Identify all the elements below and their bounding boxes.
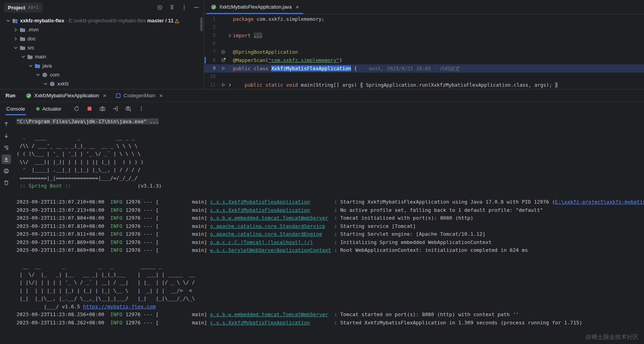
console-link[interactable]: https://mybatis-flex.com xyxy=(83,304,156,309)
tree-item[interactable]: xxkfz xyxy=(0,79,204,88)
change-marker xyxy=(205,57,206,64)
folder-icon xyxy=(19,27,26,33)
project-tool-tab[interactable]: Project Alt+1 xyxy=(4,3,43,13)
console-output[interactable]: "C:\Program Files\Java\jdk-17\bin\java.e… xyxy=(13,115,644,344)
chevron-down-icon[interactable] xyxy=(5,18,11,24)
rerun-button[interactable] xyxy=(73,105,80,112)
tree-item-label: xxkfz xyxy=(57,81,69,87)
code-text: public class XxkfzMybatisFlexApplication… xyxy=(233,64,459,73)
run-tab-label: XxkfzMybatisFlexApplication xyxy=(34,93,99,98)
console-action-strip xyxy=(0,115,13,344)
run-tab-bar: Run XxkfzMybatisFlexApplication×CodegenM… xyxy=(0,89,644,102)
console-line: 2023-09-23T11:23:07.811+08:00 INFO 12976… xyxy=(16,230,644,238)
project-panel-title: Project xyxy=(8,5,25,11)
run-gutter-icon[interactable] xyxy=(219,82,227,87)
chevron-right-icon[interactable] xyxy=(12,27,19,33)
console-line: 2023-09-23T11:23:07.869+08:00 INFO 12976… xyxy=(16,246,644,255)
console-line: __ __ _ _ _ _____ _ xyxy=(16,262,644,271)
code-text: @SpringBootApplication xyxy=(233,48,298,56)
collapse-all-icon[interactable] xyxy=(168,4,176,11)
fold-icon[interactable] xyxy=(227,82,233,88)
heap-dump-button[interactable] xyxy=(125,105,132,112)
code-line: 7@SpringBootApplication xyxy=(204,48,644,56)
console-line: |_| |_|\__, |_.__/ \__,_|\__|_|___/ |_| … xyxy=(16,295,644,303)
tree-item[interactable]: com xyxy=(0,70,204,79)
tree-item[interactable]: xxkfz-mybatis-flex - E:\xxkfz-project\xx… xyxy=(0,16,204,25)
detach-button[interactable] xyxy=(112,105,119,112)
folder-icon xyxy=(19,45,26,51)
tree-item[interactable]: main xyxy=(0,52,204,61)
console-line: 2023-09-23T11:23:07.804+08:00 INFO 12976… xyxy=(16,214,644,222)
code-editor[interactable]: 1package com.xxkfz.simplememory;23import… xyxy=(204,14,644,89)
chevron-down-icon[interactable] xyxy=(12,45,19,51)
console-line: 2023-09-23T11:23:07.213+08:00 INFO 12976… xyxy=(16,206,644,215)
run-tab-xxkfzmybatisflexapplication[interactable]: XxkfzMybatisFlexApplication× xyxy=(22,91,110,100)
hide-panel-icon[interactable] xyxy=(193,4,200,11)
line-number: 1 xyxy=(204,15,219,23)
chevron-down-icon[interactable] xyxy=(27,63,34,69)
scroll-to-end-button[interactable] xyxy=(2,155,11,164)
thread-dump-button[interactable] xyxy=(99,105,106,112)
print-button[interactable] xyxy=(2,166,11,176)
package-icon xyxy=(49,81,55,87)
console-line: 2023-09-23T11:23:07.810+08:00 INFO 12976… xyxy=(16,222,644,231)
bean-gutter-icon[interactable] xyxy=(219,49,227,55)
tree-item-label: main xyxy=(35,54,46,60)
console-line: | | | | |_| | |_) | (_| | |_| \__ \ | _|… xyxy=(16,287,644,295)
close-tab-icon[interactable]: × xyxy=(296,4,299,10)
more-options-icon[interactable] xyxy=(181,4,188,11)
close-icon[interactable]: × xyxy=(159,93,163,98)
console-link[interactable]: E:\xxkfz-project\xxkfz-mybatis-flex xyxy=(555,199,644,205)
locate-file-icon[interactable] xyxy=(156,4,163,11)
code-line: 3import ... xyxy=(204,31,644,40)
tab-actuator[interactable]: Actuator xyxy=(35,102,62,115)
console-line: 2023-09-23T11:23:08.262+08:00 INFO 12976… xyxy=(16,319,644,327)
tree-item-label: doc xyxy=(27,36,36,42)
class-icon xyxy=(115,93,121,99)
actuator-status-icon xyxy=(36,107,40,111)
line-number: 11 xyxy=(204,81,219,89)
soft-wrap-button[interactable] xyxy=(2,143,11,152)
package-icon xyxy=(41,72,48,78)
code-line: 10 xyxy=(204,73,644,81)
up-stack-button[interactable] xyxy=(2,119,11,129)
console-line: 2023-09-23T11:23:07.210+08:00 INFO 12976… xyxy=(16,198,644,206)
console-line xyxy=(16,255,644,263)
fold-icon[interactable] xyxy=(227,33,233,39)
tree-item[interactable]: src xyxy=(0,43,204,52)
tab-console[interactable]: Console xyxy=(5,102,26,115)
code-line: 9public class XxkfzMybatisFlexApplicatio… xyxy=(204,64,644,73)
run-tabs: XxkfzMybatisFlexApplication×CodegenMain× xyxy=(22,91,166,100)
chevron-right-icon[interactable] xyxy=(12,36,19,42)
tree-item[interactable]: .mvn xyxy=(0,25,204,34)
clear-all-button[interactable] xyxy=(2,178,11,187)
down-stack-button[interactable] xyxy=(2,131,11,140)
stop-button[interactable] xyxy=(86,105,93,112)
run-gutter-icon[interactable] xyxy=(219,66,227,71)
console-line: 2023-09-23T11:23:08.256+08:00 INFO 12976… xyxy=(16,311,644,319)
folder-src-icon xyxy=(34,63,40,69)
tree-item[interactable]: java xyxy=(0,61,204,70)
folder-icon xyxy=(19,36,26,42)
code-text: public static void main(String[] args) {… xyxy=(233,81,558,89)
project-panel-shortcut: Alt+1 xyxy=(28,5,39,10)
tree-item-label: com xyxy=(50,72,60,78)
console-line: "C:\Program Files\Java\jdk-17\bin\java.e… xyxy=(16,118,644,126)
run-window-title: Run xyxy=(5,93,15,98)
tree-item-label: java xyxy=(42,63,52,69)
chevron-down-icon[interactable] xyxy=(35,72,41,78)
console-line: . ____ _ __ _ _ xyxy=(16,134,644,142)
project-tree-scrollbar[interactable] xyxy=(200,17,203,31)
line-number: 9 xyxy=(204,64,219,73)
tree-item-label: xxkfz-mybatis-flex - E:\xxkfz-project\xx… xyxy=(20,18,179,24)
tree-item[interactable]: doc xyxy=(0,34,204,43)
more-button[interactable] xyxy=(138,105,145,112)
tree-item-label: .mvn xyxy=(27,27,38,33)
chevron-down-icon[interactable] xyxy=(20,54,26,60)
chevron-down-icon[interactable] xyxy=(42,81,49,87)
run-tab-codegenmain[interactable]: CodegenMain× xyxy=(112,91,166,100)
console-line: ' |____| .__|_| |_|_| |_\__, | / / / / xyxy=(16,166,644,174)
bean-warn-gutter-icon[interactable] xyxy=(219,58,227,63)
editor-tab-java-file[interactable]: XxkfzMybatisFlexApplication.java × xyxy=(207,0,303,14)
close-icon[interactable]: × xyxy=(103,93,106,98)
